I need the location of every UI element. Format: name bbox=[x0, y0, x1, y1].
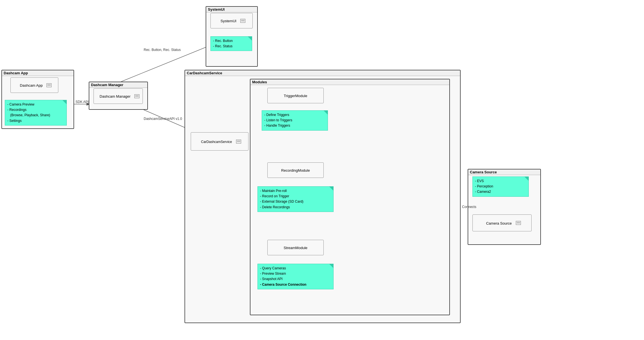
stereotype-icon-camera-source bbox=[516, 221, 521, 225]
recording-note-line3: - External Storage (SD Card) bbox=[260, 199, 329, 204]
camera-source-note-line1: - EVS bbox=[475, 178, 524, 184]
dashcam-app-note: - Camera Preview - Recordings (Browse, P… bbox=[5, 100, 67, 126]
stream-note: - Query Cameras - Preview Stream - Snaps… bbox=[257, 264, 334, 289]
dashcam-app-inner-box: Dashcam App bbox=[10, 77, 58, 93]
modules-outer-title: Modules bbox=[250, 79, 449, 85]
dashcam-app-note-line2: - Recordings bbox=[7, 107, 62, 113]
stereotype-icon-cardashcam bbox=[236, 140, 241, 144]
trigger-note: - Define Triggers - Listen to Triggers -… bbox=[262, 110, 328, 131]
camera-source-inner-box: Camera Source bbox=[472, 214, 532, 231]
recording-note-line2: - Record on Trigger bbox=[260, 194, 329, 199]
dashcam-app-note-line4: - Settings bbox=[7, 118, 62, 124]
stream-note-line2: - Preview Stream bbox=[260, 271, 329, 276]
camera-source-outer: Camera Source - EVS - Perception - Camer… bbox=[468, 169, 541, 245]
trigger-module-title: TriggerModule bbox=[281, 92, 310, 99]
camera-source-note: - EVS - Perception - Camera2 bbox=[472, 176, 529, 197]
recording-note-line1: - Maintain Pre-roll bbox=[260, 188, 329, 194]
dashcam-app-inner-title: Dashcam App bbox=[17, 82, 46, 89]
stream-module-title: StreamModule bbox=[281, 244, 310, 251]
dashcam-manager-inner-title: Dashcam Manager bbox=[97, 93, 134, 100]
stereotype-icon-dashcam-manager bbox=[134, 94, 139, 98]
dashcam-manager-outer: Dashcam Manager Dashcam Manager bbox=[89, 82, 148, 110]
systemui-inner-title: SystemUI bbox=[218, 17, 239, 24]
dashcam-app-note-line3: (Browse, Playback, Share) bbox=[7, 113, 62, 118]
cardashcam-outer-title: CarDashcamService bbox=[185, 70, 460, 76]
stream-note-line3: - Snapshot API bbox=[260, 276, 329, 282]
cardashcam-inner-title: CarDashcamService bbox=[198, 138, 235, 145]
cardashcam-outer: CarDashcamService Modules TriggerModule … bbox=[185, 70, 461, 323]
recording-module-title: RecordingModule bbox=[278, 167, 313, 174]
camera-source-inner-title: Camera Source bbox=[483, 220, 514, 227]
recording-note-line4: - Delete Recordings bbox=[260, 205, 329, 210]
modules-outer: Modules TriggerModule - Define Triggers … bbox=[250, 79, 450, 315]
systemui-outer-title: SystemUI bbox=[206, 7, 257, 12]
diagram-container: Dashcam App Dashcam App - Camera Preview… bbox=[0, 0, 644, 340]
stream-module-box: StreamModule bbox=[267, 240, 324, 255]
cardashcam-inner-box: CarDashcamService bbox=[191, 132, 248, 151]
stream-note-line4: - Camera Source Connection bbox=[260, 282, 329, 287]
connects-label: Connects bbox=[462, 205, 476, 209]
recording-note: - Maintain Pre-roll - Record on Trigger … bbox=[257, 186, 334, 212]
camera-source-note-line3: - Camera2 bbox=[475, 189, 524, 194]
systemui-note-line2: - Rec. Status bbox=[213, 44, 247, 49]
dashcam-app-outer-title: Dashcam App bbox=[2, 70, 74, 76]
recording-module-box: RecordingModule bbox=[267, 162, 324, 178]
dashcam-app-note-line1: - Camera Preview bbox=[7, 102, 62, 107]
dashcam-app-outer: Dashcam App Dashcam App - Camera Preview… bbox=[1, 70, 74, 129]
dashcam-service-api-label: DashcamServiceAPI v1.0 bbox=[144, 117, 182, 121]
camera-source-note-line2: - Perception bbox=[475, 184, 524, 189]
dashcam-manager-outer-title: Dashcam Manager bbox=[89, 82, 147, 88]
systemui-outer: SystemUI SystemUI - Rec. Button - Rec. S… bbox=[206, 6, 258, 67]
sdk-api-label: SDK API bbox=[75, 100, 89, 104]
camera-source-outer-title: Camera Source bbox=[468, 169, 540, 175]
trigger-note-line1: - Define Triggers bbox=[264, 112, 323, 118]
trigger-note-line2: - Listen to Triggers bbox=[264, 118, 323, 123]
dashcam-manager-inner-box: Dashcam Manager bbox=[94, 88, 143, 104]
trigger-module-box: TriggerModule bbox=[267, 88, 324, 103]
systemui-inner-box: SystemUI bbox=[210, 13, 253, 28]
stereotype-icon-systemui bbox=[240, 19, 245, 23]
rec-button-label: Rec. Button, Rec. Status bbox=[144, 48, 181, 52]
stream-note-line1: - Query Cameras bbox=[260, 266, 329, 271]
systemui-note-line1: - Rec. Button bbox=[213, 38, 247, 44]
systemui-note: - Rec. Button - Rec. Status bbox=[210, 36, 252, 51]
stereotype-icon-dashcam-app bbox=[46, 83, 52, 87]
trigger-note-line3: - Handle Triggers bbox=[264, 123, 323, 128]
